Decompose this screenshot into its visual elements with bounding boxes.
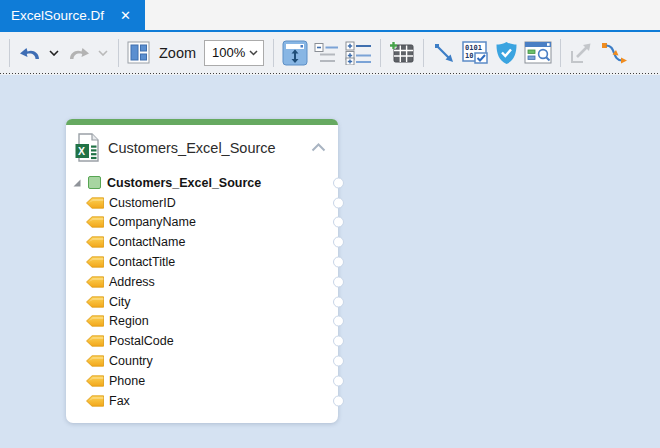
svg-text:X: X <box>78 145 85 157</box>
output-port[interactable] <box>333 336 344 347</box>
undo-dropdown[interactable] <box>46 38 62 68</box>
field-label: Phone <box>109 374 145 388</box>
link-icon <box>432 41 456 65</box>
expand-all-icon <box>345 41 372 65</box>
field-row[interactable]: CompanyName <box>72 213 338 233</box>
chevron-up-icon <box>311 143 326 152</box>
svg-text:10: 10 <box>465 52 473 60</box>
field-label: City <box>109 295 131 309</box>
field-icon <box>86 296 104 308</box>
auto-layout-button[interactable] <box>124 38 153 68</box>
collapse-all-button[interactable] <box>311 38 342 68</box>
expand-node-icon <box>282 40 308 66</box>
maximize-icon <box>569 41 594 65</box>
output-port[interactable] <box>333 356 344 367</box>
field-label: Country <box>109 354 153 368</box>
output-port[interactable] <box>333 257 344 268</box>
field-label: ContactTitle <box>109 255 175 269</box>
output-port[interactable] <box>333 276 344 287</box>
output-port[interactable] <box>333 296 344 307</box>
link-tool-button[interactable] <box>429 38 459 68</box>
toolbar-separator <box>423 39 424 67</box>
collapse-all-icon <box>314 42 339 64</box>
field-icon <box>86 197 104 209</box>
output-port[interactable] <box>333 316 344 327</box>
undo-icon <box>18 44 42 61</box>
dataset-icon <box>88 176 101 189</box>
redo-button[interactable] <box>64 38 94 68</box>
expand-all-button[interactable] <box>342 38 375 68</box>
output-port[interactable] <box>333 197 344 208</box>
field-tree: Customers_Excel_Source CustomerIDCompany… <box>66 168 338 423</box>
field-row[interactable]: Region <box>72 312 338 332</box>
chevron-down-icon <box>98 50 108 56</box>
field-label: Fax <box>109 394 130 408</box>
tab-excelsource[interactable]: ExcelSource.Df ✕ <box>0 0 145 30</box>
expand-node-button[interactable] <box>279 38 311 68</box>
toolbar-separator <box>380 39 381 67</box>
toolbar-separator <box>9 39 10 67</box>
root-node-row[interactable]: Customers_Excel_Source <box>72 173 338 193</box>
field-label: Region <box>109 314 149 328</box>
reroute-links-button[interactable] <box>597 38 631 68</box>
dataflow-canvas[interactable]: X Customers_Excel_Source <box>0 75 660 448</box>
field-icon <box>86 256 104 268</box>
svg-text:0101: 0101 <box>465 44 482 52</box>
data-preview-window-icon <box>524 41 552 65</box>
field-icon <box>86 395 104 407</box>
field-icon <box>86 355 104 367</box>
field-row[interactable]: Country <box>72 351 338 371</box>
field-icon <box>86 335 104 347</box>
root-node-label: Customers_Excel_Source <box>107 176 261 190</box>
output-port[interactable] <box>333 217 344 228</box>
zoom-select[interactable]: 100% <box>204 40 264 66</box>
field-icon <box>86 216 104 228</box>
verify-shield-icon <box>495 41 518 65</box>
field-label: CompanyName <box>109 215 196 229</box>
output-port[interactable] <box>333 237 344 248</box>
field-row[interactable]: City <box>72 292 338 312</box>
excel-source-node[interactable]: X Customers_Excel_Source <box>66 119 338 423</box>
node-title: Customers_Excel_Source <box>108 140 276 156</box>
field-row[interactable]: PostalCode <box>72 331 338 351</box>
field-row[interactable]: CustomerID <box>72 193 338 213</box>
add-table-icon <box>389 41 415 64</box>
reroute-links-icon <box>600 41 628 65</box>
field-label: PostalCode <box>109 334 174 348</box>
maximize-button[interactable] <box>566 38 597 68</box>
output-port[interactable] <box>333 177 344 188</box>
field-label: ContactName <box>109 235 185 249</box>
field-icon <box>86 276 104 288</box>
add-object-button[interactable] <box>386 38 418 68</box>
tab-bar: ExcelSource.Df ✕ <box>0 0 660 30</box>
field-icon <box>86 375 104 387</box>
output-port[interactable] <box>333 375 344 386</box>
tree-expanded-icon[interactable] <box>72 178 82 188</box>
field-row[interactable]: Address <box>72 272 338 292</box>
redo-icon <box>67 44 91 61</box>
field-row[interactable]: Phone <box>72 371 338 391</box>
toolbar-separator <box>118 39 119 67</box>
redo-dropdown[interactable] <box>95 38 111 68</box>
field-icon <box>86 236 104 248</box>
output-port[interactable] <box>333 395 344 406</box>
field-icon <box>86 315 104 327</box>
close-icon[interactable]: ✕ <box>118 8 133 23</box>
auto-layout-icon <box>127 41 150 64</box>
toolbar-separator <box>273 39 274 67</box>
data-preview-window-button[interactable] <box>521 38 555 68</box>
collapse-node-button[interactable] <box>309 141 328 154</box>
chevron-down-icon <box>249 50 258 56</box>
verify-button[interactable] <box>492 38 521 68</box>
undo-button[interactable] <box>15 38 45 68</box>
field-row[interactable]: Fax <box>72 391 338 411</box>
field-row[interactable]: ContactTitle <box>72 252 338 272</box>
field-list: CustomerIDCompanyNameContactNameContactT… <box>72 193 338 411</box>
zoom-label: Zoom <box>159 45 196 61</box>
field-row[interactable]: ContactName <box>72 232 338 252</box>
node-header[interactable]: X Customers_Excel_Source <box>66 125 338 168</box>
field-label: Address <box>109 275 155 289</box>
tab-label: ExcelSource.Df <box>11 8 104 23</box>
preview-data-button[interactable]: 0101 10 <box>459 38 492 68</box>
preview-data-icon: 0101 10 <box>462 41 489 65</box>
